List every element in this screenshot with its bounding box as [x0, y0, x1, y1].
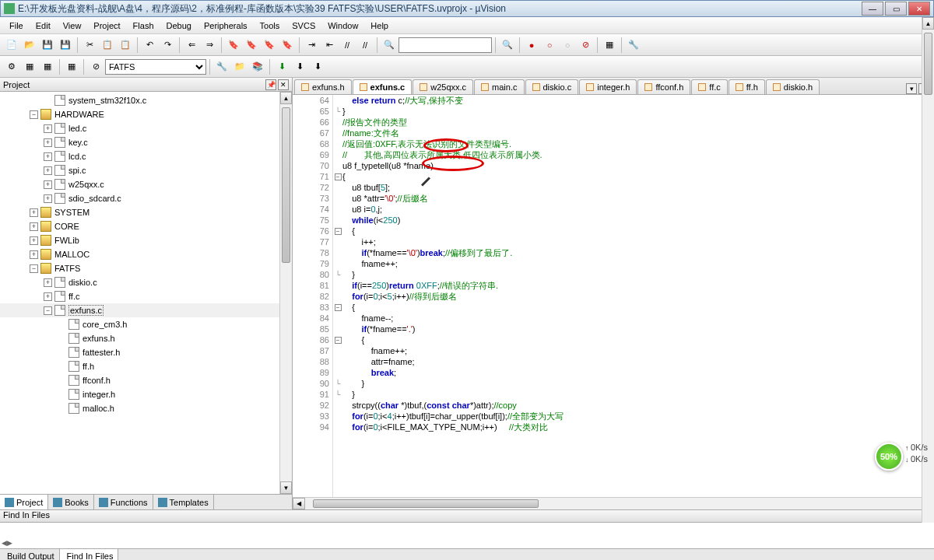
- erase-button[interactable]: ⬇: [291, 58, 308, 75]
- bookmark-prev-button[interactable]: 🔖: [243, 37, 260, 54]
- tab-menu-button[interactable]: ▾: [906, 83, 917, 94]
- tree-node[interactable]: +MALLOC: [0, 247, 292, 261]
- fold-toggle[interactable]: −: [335, 228, 342, 235]
- translate-button[interactable]: ⚙: [3, 58, 20, 75]
- download-button[interactable]: ⬇: [273, 58, 290, 75]
- tree-expander[interactable]: +: [44, 152, 52, 161]
- tree-node[interactable]: +SYSTEM: [0, 205, 292, 219]
- copy-button[interactable]: 📋: [99, 37, 116, 54]
- project-tab-templates[interactable]: Templates: [153, 495, 214, 509]
- project-tab-functions[interactable]: Functions: [94, 495, 153, 509]
- debug-button[interactable]: 🔍: [499, 37, 516, 54]
- tree-expander[interactable]: −: [30, 110, 38, 119]
- editor-vscrollbar[interactable]: ▲ ▼: [922, 17, 934, 548]
- panel-close-button[interactable]: ✕: [278, 79, 289, 90]
- tree-node[interactable]: +CORE: [0, 219, 292, 233]
- menu-peripherals[interactable]: Peripherals: [198, 19, 254, 33]
- panel-pin-button[interactable]: 📌: [265, 79, 276, 90]
- tree-expander[interactable]: +: [30, 222, 38, 231]
- tree-expander[interactable]: +: [44, 194, 52, 203]
- tree-expander[interactable]: −: [30, 264, 38, 273]
- uncomment-button[interactable]: //: [356, 37, 374, 54]
- undo-button[interactable]: ↶: [141, 37, 158, 54]
- editor-tab[interactable]: w25qxx.c: [413, 79, 473, 94]
- project-tab-books[interactable]: Books: [48, 495, 94, 509]
- speed-badge[interactable]: 50%: [875, 443, 903, 471]
- tree-node[interactable]: +spi.c: [0, 163, 292, 177]
- tree-node[interactable]: +sdio_sdcard.c: [0, 191, 292, 205]
- tree-expander[interactable]: −: [44, 306, 52, 315]
- tree-node[interactable]: +ff.c: [0, 289, 292, 303]
- editor-tab[interactable]: integer.h: [579, 79, 637, 94]
- build-button[interactable]: ▦: [21, 58, 38, 75]
- options-button[interactable]: 🔧: [213, 58, 230, 75]
- close-button[interactable]: ✕: [908, 2, 930, 16]
- rebuild-button[interactable]: ▦: [39, 58, 56, 75]
- minimize-button[interactable]: —: [862, 2, 883, 16]
- tree-node[interactable]: integer.h: [0, 387, 292, 401]
- tree-expander[interactable]: +: [30, 236, 38, 245]
- tree-node[interactable]: −exfuns.c: [0, 303, 292, 317]
- menu-debug[interactable]: Debug: [160, 19, 198, 33]
- fold-toggle[interactable]: −: [335, 304, 342, 311]
- find-button[interactable]: 🔍: [381, 37, 398, 54]
- configure-button[interactable]: 🔧: [625, 37, 642, 54]
- menu-svcs[interactable]: SVCS: [286, 19, 321, 33]
- tree-node[interactable]: ff.h: [0, 359, 292, 373]
- nav-fwd-button[interactable]: ⇒: [201, 37, 218, 54]
- find-combo[interactable]: [399, 37, 492, 53]
- menu-tools[interactable]: Tools: [254, 19, 286, 33]
- tab-build-output[interactable]: Build Output: [0, 549, 60, 560]
- code-editor[interactable]: 6465666768697071727374757677787980818283…: [293, 95, 934, 497]
- tree-node[interactable]: +diskio.c: [0, 275, 292, 289]
- maximize-button[interactable]: ▭: [885, 2, 907, 16]
- project-tab-project[interactable]: Project: [0, 495, 48, 509]
- tree-node[interactable]: +w25qxx.c: [0, 177, 292, 191]
- file-ext-button[interactable]: 📁: [231, 58, 248, 75]
- source-text[interactable]: else return c;//大写,保持不变}//报告文件的类型//fname…: [342, 95, 934, 497]
- batch-build-button[interactable]: ▦: [63, 58, 80, 75]
- editor-tab[interactable]: ff.h: [729, 79, 765, 94]
- menu-window[interactable]: Window: [321, 19, 364, 33]
- menu-help[interactable]: Help: [364, 19, 395, 33]
- tree-expander[interactable]: +: [44, 166, 52, 175]
- paste-button[interactable]: 📋: [117, 37, 134, 54]
- bookmark-next-button[interactable]: 🔖: [261, 37, 278, 54]
- cut-button[interactable]: ✂: [81, 37, 98, 54]
- tree-expander[interactable]: +: [44, 180, 52, 189]
- tab-find-in-files[interactable]: Find In Files: [60, 549, 119, 560]
- tree-expander[interactable]: +: [44, 138, 52, 147]
- menu-view[interactable]: View: [57, 19, 88, 33]
- outdent-button[interactable]: ⇤: [321, 37, 338, 54]
- new-file-button[interactable]: 📄: [3, 37, 20, 54]
- tree-expander[interactable]: +: [44, 278, 52, 287]
- menu-file[interactable]: File: [3, 19, 30, 33]
- nav-back-button[interactable]: ⇐: [183, 37, 200, 54]
- editor-hscrollbar[interactable]: ◀ ▶: [293, 497, 934, 509]
- tree-node[interactable]: −HARDWARE: [0, 107, 292, 121]
- editor-tab[interactable]: diskio.c: [525, 79, 579, 94]
- fold-toggle[interactable]: −: [335, 337, 342, 344]
- manage-button[interactable]: 📚: [249, 58, 266, 75]
- breakpoint-enable-button[interactable]: ○: [541, 37, 558, 54]
- editor-tab[interactable]: main.c: [474, 79, 524, 94]
- tree-node[interactable]: exfuns.h: [0, 331, 292, 345]
- breakpoint-kill-button[interactable]: ⊘: [577, 37, 594, 54]
- tree-node[interactable]: malloc.h: [0, 401, 292, 415]
- load-button[interactable]: ⬇: [309, 58, 326, 75]
- tree-expander[interactable]: +: [44, 292, 52, 301]
- save-all-button[interactable]: 💾: [57, 37, 74, 54]
- tree-scrollbar[interactable]: ▲ ▼: [279, 92, 292, 494]
- menu-flash[interactable]: Flash: [127, 19, 160, 33]
- breakpoint-disable-button[interactable]: ○: [559, 37, 576, 54]
- bookmark-clear-button[interactable]: 🔖: [279, 37, 296, 54]
- editor-tab[interactable]: exfuns.c: [353, 79, 413, 94]
- menu-project[interactable]: Project: [87, 19, 126, 33]
- tree-node[interactable]: system_stm32f10x.c: [0, 93, 292, 107]
- tree-node[interactable]: core_cm3.h: [0, 317, 292, 331]
- window-button[interactable]: ▦: [601, 37, 618, 54]
- indent-button[interactable]: ⇥: [303, 37, 320, 54]
- redo-button[interactable]: ↷: [159, 37, 176, 54]
- save-button[interactable]: 💾: [39, 37, 56, 54]
- editor-tab[interactable]: ff.c: [691, 79, 727, 94]
